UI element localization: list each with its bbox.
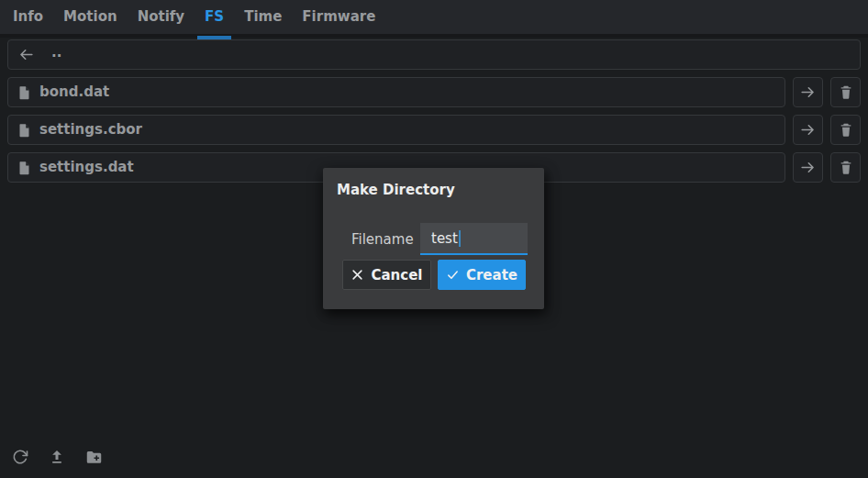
tab-info[interactable]: Info xyxy=(13,0,43,36)
file-name: settings.cbor xyxy=(39,123,142,137)
create-label: Create xyxy=(466,267,517,283)
file-icon xyxy=(17,160,31,176)
x-icon xyxy=(351,268,364,282)
arrow-right-icon xyxy=(799,159,817,176)
text-caret xyxy=(459,230,461,247)
tab-time[interactable]: Time xyxy=(244,0,282,36)
row-up-directory: .. xyxy=(7,39,861,70)
filename-input[interactable]: test xyxy=(420,223,528,255)
file-name: bond.dat xyxy=(39,85,109,99)
trash-icon xyxy=(839,160,853,175)
filename-label: Filename xyxy=(351,231,420,248)
dialog-title: Make Directory xyxy=(323,168,544,198)
check-icon xyxy=(446,268,460,282)
refresh-button[interactable] xyxy=(12,449,28,465)
download-button[interactable] xyxy=(793,152,823,183)
create-button[interactable]: Create xyxy=(438,260,526,290)
cancel-button[interactable]: Cancel xyxy=(342,260,431,290)
fs-toolbar xyxy=(12,449,103,465)
file-button[interactable]: settings.cbor xyxy=(7,115,785,145)
upload-button[interactable] xyxy=(49,449,65,465)
dialog-buttons: Cancel Create xyxy=(342,260,526,290)
arrow-right-icon xyxy=(799,121,817,139)
make-directory-dialog: Make Directory Filename test Cancel Crea… xyxy=(323,168,544,309)
arrow-left-icon xyxy=(17,46,35,63)
tab-notify[interactable]: Notify xyxy=(138,0,184,36)
tab-fs[interactable]: FS xyxy=(205,0,224,36)
file-button[interactable]: bond.dat xyxy=(7,77,785,107)
trash-icon xyxy=(839,122,853,138)
download-button[interactable] xyxy=(793,115,823,145)
refresh-icon xyxy=(12,449,28,465)
download-button[interactable] xyxy=(793,77,823,107)
filename-value: test xyxy=(431,230,458,247)
tab-motion[interactable]: Motion xyxy=(63,0,117,36)
new-folder-icon xyxy=(85,450,103,465)
trash-icon xyxy=(839,84,853,100)
tab-firmware[interactable]: Firmware xyxy=(302,0,375,36)
cancel-label: Cancel xyxy=(371,267,422,283)
up-directory-label: .. xyxy=(43,46,61,63)
file-icon xyxy=(17,122,31,139)
table-row: bond.dat xyxy=(7,77,861,107)
file-name: settings.dat xyxy=(39,161,134,174)
upload-icon xyxy=(49,449,65,465)
delete-button[interactable] xyxy=(830,77,861,107)
delete-button[interactable] xyxy=(830,152,861,183)
up-directory-button[interactable]: .. xyxy=(7,39,861,70)
file-list: .. bond.dat settings.cbor xyxy=(0,38,868,183)
delete-button[interactable] xyxy=(830,115,861,145)
table-row: settings.cbor xyxy=(7,115,861,145)
arrow-right-icon xyxy=(799,83,817,101)
file-icon xyxy=(17,84,31,101)
new-folder-button[interactable] xyxy=(85,450,103,465)
tab-bar: Info Motion Notify FS Time Firmware xyxy=(0,0,868,38)
filename-field-row: Filename test xyxy=(351,223,544,255)
